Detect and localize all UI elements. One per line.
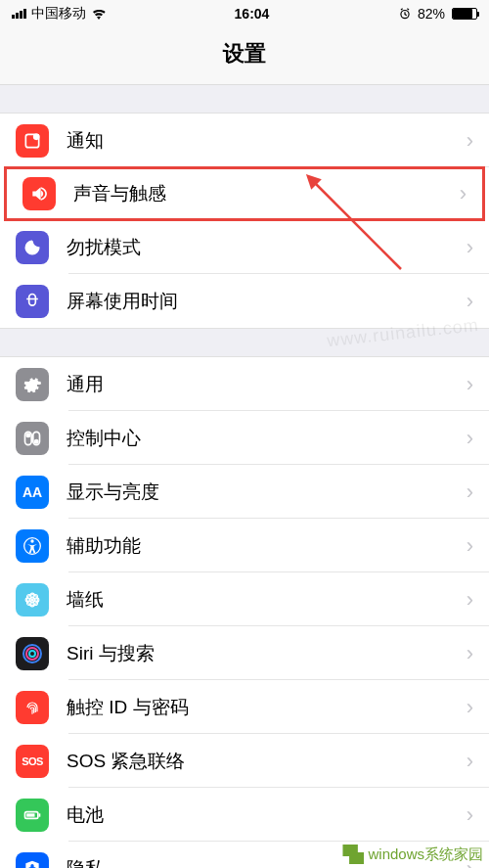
chevron-right-icon: › (467, 802, 473, 828)
row-label: 触控 ID 与密码 (67, 695, 467, 720)
page-title: 设置 (0, 27, 489, 85)
settings-group-2: 通用 › 控制中心 › AA 显示与亮度 › 辅助功能 › 墙纸 › Siri … (0, 356, 489, 868)
screentime-icon (16, 285, 49, 318)
display-icon: AA (16, 476, 49, 509)
row-label: 显示与亮度 (67, 480, 467, 505)
row-label: 声音与触感 (73, 181, 460, 206)
svg-point-8 (30, 539, 33, 542)
row-general[interactable]: 通用 › (0, 357, 489, 411)
row-label: 控制中心 (67, 426, 467, 451)
row-control-center[interactable]: 控制中心 › (0, 411, 489, 465)
chevron-right-icon: › (467, 480, 473, 505)
svg-rect-23 (39, 813, 41, 816)
sound-icon (22, 177, 56, 210)
svg-point-4 (26, 434, 29, 436)
chevron-right-icon: › (467, 749, 473, 774)
row-display[interactable]: AA 显示与亮度 › (0, 465, 489, 519)
row-label: Siri 与搜索 (67, 641, 467, 666)
row-dnd[interactable]: 勿扰模式 › (0, 220, 489, 274)
touchid-icon (16, 691, 49, 724)
row-label: 通用 (67, 372, 467, 397)
svg-point-21 (29, 651, 35, 657)
status-bar: 中国移动 16:04 82% (0, 0, 489, 27)
notifications-icon (16, 124, 49, 158)
chevron-right-icon: › (467, 695, 473, 720)
row-battery[interactable]: 电池 › (0, 788, 489, 842)
row-wallpaper[interactable]: 墙纸 › (0, 572, 489, 626)
chevron-right-icon: › (467, 426, 473, 451)
row-label: 隐私 (67, 856, 467, 869)
general-icon (16, 368, 49, 401)
row-label: SOS 紧急联络 (67, 749, 467, 774)
row-sos[interactable]: SOS SOS 紧急联络 › (0, 734, 489, 788)
row-label: 屏幕使用时间 (67, 289, 467, 314)
status-time: 16:04 (235, 6, 270, 22)
accessibility-icon (16, 529, 49, 563)
svg-point-2 (33, 133, 40, 140)
chevron-right-icon: › (467, 533, 473, 559)
siri-icon (16, 637, 49, 670)
status-right: 82% (397, 6, 477, 22)
signal-icon (12, 9, 26, 19)
row-label: 电池 (67, 802, 467, 828)
svg-point-6 (35, 439, 38, 442)
row-privacy[interactable]: 隐私 › (0, 842, 489, 868)
row-label: 墙纸 (67, 587, 467, 613)
wallpaper-icon (16, 583, 49, 617)
battery-settings-icon (16, 799, 49, 832)
chevron-right-icon: › (467, 128, 473, 154)
battery-status-icon (452, 8, 477, 20)
row-accessibility[interactable]: 辅助功能 › (0, 519, 489, 572)
row-sounds[interactable]: 声音与触感 › (4, 166, 485, 221)
chevron-right-icon: › (467, 235, 473, 260)
row-label: 勿扰模式 (67, 235, 467, 260)
battery-percent: 82% (418, 6, 445, 22)
sos-icon: SOS (16, 745, 49, 778)
svg-rect-24 (26, 813, 34, 816)
dnd-icon (16, 231, 49, 264)
chevron-right-icon: › (460, 181, 467, 206)
chevron-right-icon: › (467, 856, 473, 869)
chevron-right-icon: › (467, 641, 473, 666)
row-label: 辅助功能 (67, 533, 467, 559)
row-notifications[interactable]: 通知 › (0, 114, 489, 167)
control-center-icon (16, 422, 49, 455)
row-screentime[interactable]: 屏幕使用时间 › (0, 274, 489, 328)
row-touchid[interactable]: 触控 ID 与密码 › (0, 680, 489, 734)
svg-point-20 (26, 648, 38, 660)
alarm-icon (397, 7, 413, 21)
privacy-icon (16, 852, 49, 869)
row-siri[interactable]: Siri 与搜索 › (0, 626, 489, 680)
row-label: 通知 (67, 128, 467, 154)
wifi-icon (91, 7, 107, 21)
chevron-right-icon: › (467, 587, 473, 613)
carrier-label: 中国移动 (31, 5, 86, 23)
status-left: 中国移动 (12, 5, 107, 23)
chevron-right-icon: › (467, 372, 473, 397)
chevron-right-icon: › (467, 289, 473, 314)
settings-group-1: 通知 › 声音与触感 › 勿扰模式 › 屏幕使用时间 › (0, 113, 489, 329)
